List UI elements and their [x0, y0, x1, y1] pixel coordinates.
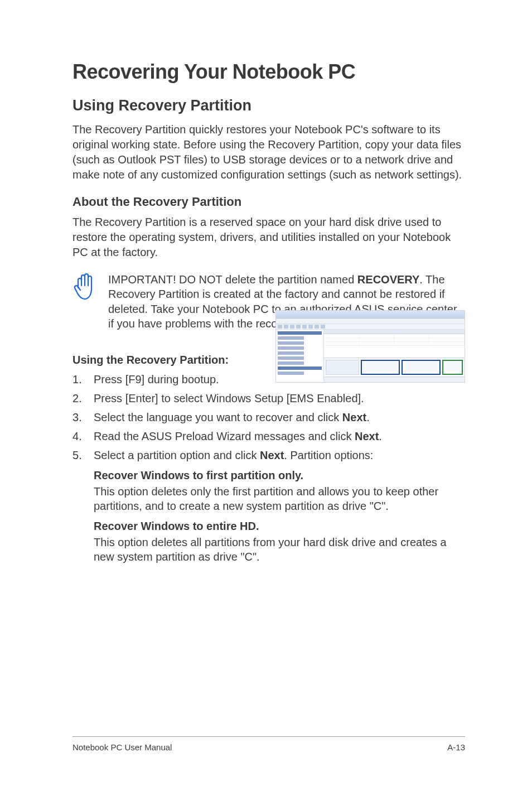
option-1-title: Recover Windows to first partition only. [94, 469, 465, 482]
section-heading-about: About the Recovery Partition [72, 195, 465, 209]
option-1-body: This option deletes only the first parti… [94, 484, 465, 513]
hand-stop-icon [72, 272, 98, 302]
about-body: The Recovery Partition is a reserved spa… [72, 215, 465, 260]
step-4: Read the ASUS Preload Wizard messages an… [72, 428, 465, 445]
section-heading-using-recovery-partition: Using Recovery Partition [72, 97, 465, 114]
screenshot-toolbar [276, 324, 465, 330]
option-1: Recover Windows to first partition only.… [94, 469, 465, 564]
screenshot-menubar [276, 319, 465, 324]
step-3: Select the language you want to recover … [72, 409, 465, 426]
page: Recovering Your Notebook PC Using Recove… [0, 0, 532, 791]
note-part-a: IMPORTANT! DO NOT delete the partition n… [108, 273, 357, 286]
page-footer: Notebook PC User Manual A-13 [72, 736, 465, 752]
footer-right: A-13 [447, 742, 465, 752]
option-2-title: Recover Windows to entire HD. [94, 520, 465, 533]
step-2: Press [Enter] to select Windows Setup [E… [72, 390, 465, 407]
section-body: The Recovery Partition quickly restores … [72, 122, 465, 182]
footer-left: Notebook PC User Manual [72, 742, 172, 752]
step-1: Press [F9] during bootup. [72, 371, 465, 388]
option-2-body: This option deletes all partitions from … [94, 535, 465, 564]
note-recovery-word: RECOVERY [357, 273, 420, 286]
page-title: Recovering Your Notebook PC [72, 60, 465, 84]
screenshot-titlebar [276, 311, 465, 319]
recovery-steps-list: Press [F9] during bootup. Press [Enter] … [72, 371, 465, 464]
screenshot-volume-grid [324, 330, 465, 358]
step-5: Select a partition option and click Next… [72, 447, 465, 464]
